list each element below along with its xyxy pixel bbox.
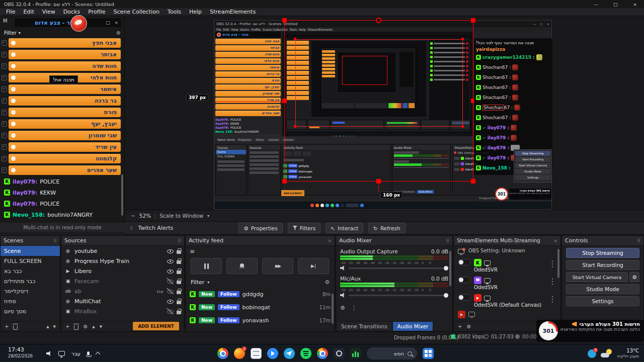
horn-popup-titlebar[interactable]: צופר - צבע אדום □ ×	[14, 18, 122, 28]
filter-label[interactable]: Filter	[4, 30, 17, 36]
virtual-camera-settings-button[interactable]: ⚙	[629, 272, 639, 282]
move-up-button[interactable]: ▲	[92, 325, 95, 329]
interact-button[interactable]: ↖Interact	[326, 223, 363, 233]
grip-icon[interactable]: ⠿	[130, 226, 133, 231]
zoom-out-icon[interactable]: −	[131, 213, 135, 219]
activity-event-row[interactable]: K New Follow bobinogat 11m	[186, 301, 335, 314]
destination-row[interactable]: OdedSVR (Default Canvas) ⋮	[454, 292, 560, 308]
lock-toggle[interactable]	[177, 250, 181, 254]
chevron-down-icon[interactable]: ▾	[19, 31, 21, 35]
close-icon[interactable]: ×	[553, 238, 557, 243]
tab-scene-transitions[interactable]: Scene Transitions	[336, 321, 392, 331]
studio-mode-button[interactable]: Studio Mode	[566, 284, 639, 294]
scrollbar[interactable]	[449, 251, 451, 286]
properties-button[interactable]: ⚙Properties	[238, 223, 283, 233]
destination-row[interactable]: K OdedSVR ⋮	[454, 257, 560, 273]
lock-toggle[interactable]	[177, 311, 181, 314]
channel-pill[interactable]: אבני חפץ	[9, 38, 121, 48]
channel-row[interactable]: אביתר	[0, 49, 125, 60]
slider-knob[interactable]	[444, 266, 448, 270]
channel-row[interactable]: פורת	[0, 107, 125, 118]
controls-header[interactable]: Controls⠿	[562, 236, 643, 246]
source-row[interactable]: ◍Progress Hype Train	[61, 256, 184, 266]
lock-toggle[interactable]	[177, 281, 181, 284]
move-down-button[interactable]: ▼	[100, 325, 102, 329]
display-icon[interactable]	[58, 351, 65, 356]
move-down-button[interactable]: ▼	[53, 325, 56, 329]
selection-handle[interactable]	[471, 18, 475, 23]
speaker-icon[interactable]	[340, 293, 346, 298]
mixer-gear-icon[interactable]: ⚙	[340, 305, 345, 311]
scenes-header[interactable]: Scenes⠿	[1, 236, 60, 246]
channel-row[interactable]: אבני חפץ	[0, 37, 125, 49]
activity-header[interactable]: Activity feed×	[186, 236, 335, 246]
selection-rotate-handle[interactable]	[376, 18, 381, 23]
destination-toggle[interactable]	[458, 294, 471, 301]
channel-pill[interactable]: חוות שדה	[9, 61, 121, 71]
chrome-icon[interactable]	[217, 348, 228, 359]
menu-view[interactable]: View	[38, 9, 59, 15]
scrollbar[interactable]	[332, 294, 334, 324]
notepad-icon[interactable]	[251, 348, 262, 359]
menu-profile[interactable]: Profile	[84, 9, 109, 15]
language-indicator[interactable]: עבר	[71, 351, 80, 356]
tab-audio-mixer[interactable]: Audio Mixer	[392, 321, 434, 331]
close-icon[interactable]: ×	[633, 2, 637, 7]
kebab-icon[interactable]: ⋮	[351, 305, 357, 311]
lock-toggle[interactable]	[177, 291, 181, 294]
scrollbar[interactable]	[121, 174, 123, 216]
channel-row[interactable]: בר ברכה	[0, 95, 125, 107]
visibility-toggle[interactable]	[167, 278, 174, 284]
channel-pill[interactable]: יעבץ, יעף	[9, 119, 121, 129]
source-row[interactable]: ▣Facecam	[61, 276, 184, 286]
skip-all-button[interactable]: ▶|	[298, 258, 329, 274]
speaker-icon[interactable]	[340, 265, 346, 270]
channel-pill[interactable]: עין שריד	[9, 142, 121, 152]
channel-pill[interactable]: קלנסווה	[9, 154, 121, 163]
audio-mixer-header[interactable]: Audio Mixer⠿	[336, 236, 452, 246]
scene-item[interactable]: FULL SCREEN	[1, 256, 60, 266]
channel-pill[interactable]: איתמר	[9, 84, 121, 94]
selection-handle[interactable]	[282, 99, 287, 103]
volume-slider[interactable]	[349, 267, 448, 269]
channel-row[interactable]: חוות שדה	[0, 60, 125, 72]
gear-icon[interactable]: ⚙	[466, 324, 471, 329]
visibility-toggle[interactable]	[167, 308, 174, 314]
menu-edit[interactable]: Edit	[19, 9, 38, 15]
scene-item[interactable]: מסך סיום	[1, 306, 60, 316]
notification-app-icon[interactable]: 3	[588, 349, 596, 358]
scene-item[interactable]: כבר בא	[1, 266, 60, 276]
scene-item[interactable]: כבר מתחילים	[1, 276, 60, 286]
selection-handle[interactable]	[471, 179, 475, 184]
popout-icon[interactable]: □	[106, 20, 110, 25]
source-row[interactable]: ababאת	[61, 286, 184, 296]
move-up-button[interactable]: ▲	[46, 325, 49, 329]
channel-pill[interactable]: פורת	[9, 108, 121, 117]
weather-info[interactable]: 13°C מעונן חלקית	[617, 348, 639, 359]
activity-event-row[interactable]: K New Follow yonavash 17m	[186, 314, 335, 327]
skip-alert-button[interactable]: ▶▶	[262, 258, 293, 274]
channel-row[interactable]: קלנסווה	[0, 153, 125, 164]
alerts-mute-button[interactable]	[226, 258, 258, 274]
menu-file[interactable]: File	[2, 9, 19, 15]
source-row[interactable]: ◍MultiChat	[61, 296, 184, 306]
hamburger-icon[interactable]: ≡	[190, 248, 195, 255]
destination-toggle[interactable]	[458, 277, 471, 283]
lock-toggle[interactable]	[177, 260, 181, 264]
firefox-icon[interactable]: 1	[234, 348, 245, 359]
menu-tools[interactable]: Tools	[164, 9, 185, 15]
channel-pill[interactable]: בר ברכה	[9, 96, 121, 106]
channel-row[interactable]: שער אפרים	[0, 164, 125, 176]
lock-toggle[interactable]	[177, 301, 181, 304]
menu-scene-collection[interactable]: Scene Collection	[109, 9, 163, 15]
kebab-icon[interactable]: ⋮	[548, 259, 556, 268]
stop-streaming-button[interactable]: Stop Streaming	[566, 248, 639, 258]
visibility-toggle[interactable]	[167, 288, 174, 294]
destination-row[interactable]: OdedSVR ⋮	[454, 275, 560, 290]
taskbar-clock[interactable]: 17:43 28/02/2026	[8, 346, 33, 358]
pause-button[interactable]	[191, 258, 222, 274]
scene-item[interactable]: דיסקליימר	[1, 286, 60, 296]
visibility-toggle[interactable]	[167, 298, 174, 304]
channel-row[interactable]: יעבץ, יעף	[0, 118, 125, 130]
sources-header[interactable]: Sources⠿	[61, 236, 184, 246]
